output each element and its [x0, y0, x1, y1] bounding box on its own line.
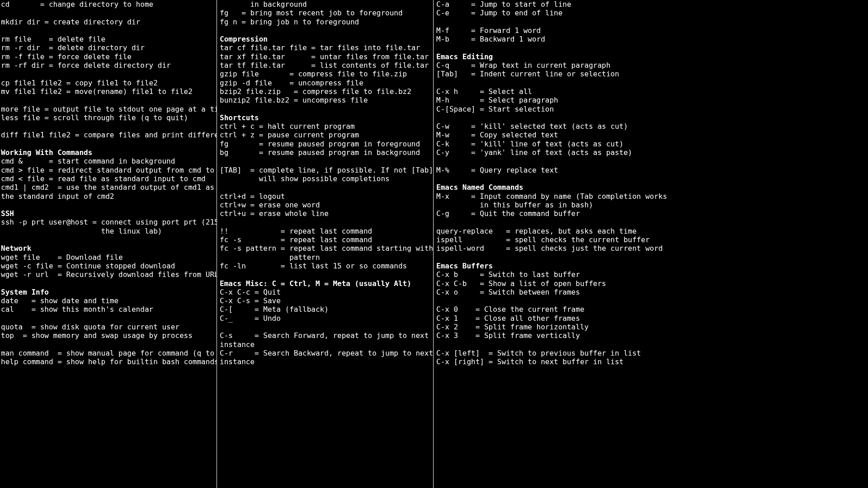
col1-line: man command = show manual page for comma…: [1, 349, 216, 357]
col3-line: C-x b = Switch to last buffer: [436, 270, 867, 279]
col1-heading: Network: [1, 244, 216, 253]
col2-line: gzip file = compress file to file.zip: [220, 70, 432, 78]
column-3-emacs-editing-buffers: C-a = Jump to start of lineC-e = Jump to…: [434, 0, 868, 488]
col1-heading: System Info: [1, 288, 216, 296]
col3-blank: [436, 43, 867, 52]
col1-line: wget -c file = Continue stopped download: [1, 262, 216, 270]
cheatsheet-columns: cd = change directory to home mkdir dir …: [0, 0, 868, 488]
col2-line: C-[ = Meta (fallback): [220, 305, 432, 314]
col2-line: gzip -d file = uncompress file: [220, 79, 432, 87]
col3-line: C-e = Jump to end of line: [436, 9, 867, 17]
col1-blank: [1, 201, 216, 209]
col1-heading: Working With Commands: [1, 148, 216, 157]
col3-line: C-k = 'kill' line of text (acts as cut): [436, 140, 867, 148]
col1-blank: [1, 340, 216, 349]
col1-line: more file = output file to stdout one pa…: [1, 105, 216, 113]
col3-line: C-a = Jump to start of line: [436, 0, 867, 9]
col2-line: fg = resume paused program in foreground: [220, 140, 432, 148]
col1-line: diff file1 file2 = compare files and pri…: [1, 131, 216, 139]
col2-heading: Emacs Misc: C = Ctrl, M = Meta (usually …: [220, 279, 432, 288]
col3-line: C-x C-b = Show a list of open buffers: [436, 279, 867, 288]
col2-blank: [220, 218, 432, 226]
col3-heading: Emacs Named Commands: [436, 183, 867, 192]
col3-heading: Emacs Editing: [436, 52, 867, 61]
col1-heading: SSH: [1, 209, 216, 218]
col3-line: in this buffer as in bash): [436, 201, 867, 209]
col1-blank: [1, 314, 216, 323]
col1-line: rm -r dir = delete directory dir: [1, 43, 216, 52]
col1-line: rm -f file = force delete file: [1, 52, 216, 61]
col2-line: tar tf file.tar = list contents of file.…: [220, 61, 432, 70]
col2-heading: Shortcuts: [220, 113, 432, 122]
col3-line: C-y = 'yank' line of text (acts as paste…: [436, 148, 867, 157]
col1-blank: [1, 96, 216, 104]
col1-line: cmd > file = redirect standard output fr…: [1, 166, 216, 174]
col3-line: C-x [left] = Switch to previous buffer i…: [436, 349, 867, 357]
col2-blank: [220, 26, 432, 35]
col1-blank: [1, 235, 216, 244]
col3-line: query-replace = replaces, but asks each …: [436, 227, 867, 235]
col1-line: cal = show this month's calendar: [1, 305, 216, 314]
col3-line: M-% = Query replace text: [436, 166, 867, 174]
col3-line: C-x 0 = Close the current frame: [436, 305, 867, 314]
col1-line: the linux lab): [1, 227, 216, 235]
col2-line: ctrl+d = logout: [220, 192, 432, 201]
col3-blank: [436, 253, 867, 262]
col2-line: C-x C-c = Quit: [220, 288, 432, 296]
col1-blank: [1, 140, 216, 148]
col2-line: in background: [220, 0, 432, 9]
col2-line: instance: [220, 340, 432, 349]
col3-line: C-q = Wrap text in current paragraph: [436, 61, 867, 70]
col2-line: C-s = Search Forward, repeat to jump to …: [220, 331, 432, 340]
col3-blank: [436, 157, 867, 165]
col2-line: fc -s pattern = repeat last command star…: [220, 244, 432, 253]
col2-line: fc -s = repeat last command: [220, 235, 432, 244]
col3-blank: [436, 113, 867, 122]
col3-line: C-x h = Select all: [436, 87, 867, 96]
col1-blank: [1, 279, 216, 288]
col2-line: C-_ = Undo: [220, 314, 432, 323]
col1-line: rm -rf dir = force delete directory dir: [1, 61, 216, 70]
col3-blank: [436, 174, 867, 183]
col3-line: C-g = Quit the command buffer: [436, 209, 867, 218]
col2-line: bunzip2 file.bz2 = uncompress file: [220, 96, 432, 104]
col3-line: M-w = Copy selected text: [436, 131, 867, 139]
col2-line: !! = repeat last command: [220, 227, 432, 235]
col1-line: date = show date and time: [1, 296, 216, 305]
col3-line: C-x o = Switch between frames: [436, 288, 867, 296]
col1-line: wget -r url = Recursively download files…: [1, 270, 216, 279]
col3-blank: [436, 296, 867, 305]
col1-line: cmd1 | cmd2 = use the standard output of…: [1, 183, 216, 192]
col3-heading: Emacs Buffers: [436, 262, 867, 270]
col1-line: cp file1 file2 = copy file1 to file2: [1, 79, 216, 87]
col1-blank: [1, 26, 216, 35]
col2-blank: [220, 157, 432, 165]
col2-line: ctrl + c = halt current program: [220, 122, 432, 131]
col1-line: help command = show help for builtin bas…: [1, 357, 216, 366]
col2-blank: [220, 323, 432, 331]
col1-blank: [1, 122, 216, 131]
col3-blank: [436, 340, 867, 349]
col1-line: the standard input of cmd2: [1, 192, 216, 201]
col1-blank: [1, 9, 216, 17]
col1-line: less file = scroll through file (q to qu…: [1, 113, 216, 122]
col2-line: tar cf file.tar file = tar files into fi…: [220, 43, 432, 52]
col3-line: C-w = 'kill' selected text (acts as cut): [436, 122, 867, 131]
col2-blank: [220, 183, 432, 192]
col2-line: ctrl+u = erase whole line: [220, 209, 432, 218]
col2-line: bzip2 file.zip = compress file to file.b…: [220, 87, 432, 96]
col3-line: C-x 2 = Split frame horizontally: [436, 323, 867, 331]
col1-line: cmd & = start command in background: [1, 157, 216, 165]
col1-line: quota = show disk quota for current user: [1, 323, 216, 331]
col1-line: wget file = Download file: [1, 253, 216, 262]
col2-line: tar xf file.tar = untar files from file.…: [220, 52, 432, 61]
col3-line: M-f = Forward 1 word: [436, 26, 867, 35]
col1-line: cd = change directory to home: [1, 0, 216, 9]
col2-line: fg = bring most recent job to foreground: [220, 9, 432, 17]
col3-line: M-h = Select paragraph: [436, 96, 867, 104]
col3-line: M-b = Backward 1 word: [436, 35, 867, 43]
col3-line: ispell = spell checks the current buffer: [436, 235, 867, 244]
col2-line: C-r = Search Backward, repeat to jump to…: [220, 349, 432, 357]
col1-line: mv file1 file2 = move(rename) file1 to f…: [1, 87, 216, 96]
col3-line: C-x 3 = Split frame vertically: [436, 331, 867, 340]
